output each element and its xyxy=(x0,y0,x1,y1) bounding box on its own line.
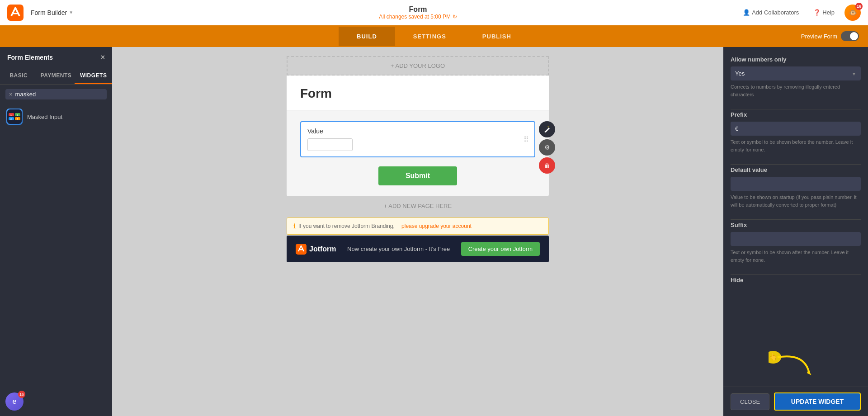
widget-label: Masked Input xyxy=(27,113,62,120)
refresh-icon: ↻ xyxy=(453,14,457,20)
header-save-status: All changes saved at 5:00 PM ↻ xyxy=(379,14,457,20)
masked-input-icon-svg: 1 2 3 4 xyxy=(7,109,22,124)
sidebar-title: Form Elements xyxy=(7,54,53,61)
form-card: Form Value ⠿ xyxy=(287,76,549,196)
add-logo-bar[interactable]: + ADD YOUR LOGO xyxy=(287,56,549,76)
svg-text:1: 1 xyxy=(10,113,12,116)
branding-warning: ℹ If you want to remove Jotform Branding… xyxy=(287,217,549,235)
divider-4 xyxy=(731,274,861,275)
chevron-down-icon: ▼ xyxy=(69,10,73,15)
right-sidebar-footer: 👆 CLOSE UPDATE WIDGET xyxy=(723,387,868,416)
tab-payments[interactable]: PAYMENTS xyxy=(38,68,75,84)
toolbar: BUILD SETTINGS PUBLISH Preview Form xyxy=(0,25,868,47)
submit-btn-wrap: Submit xyxy=(300,166,535,185)
tab-publish[interactable]: PUBLISH xyxy=(464,27,529,46)
field-magic-btn[interactable] xyxy=(539,121,555,137)
bottom-badge: 16 xyxy=(18,391,25,398)
add-page-bar[interactable]: + ADD NEW PAGE HERE xyxy=(287,196,549,216)
svg-text:4: 4 xyxy=(17,118,18,120)
field-label: Value xyxy=(307,128,528,135)
prop-default-value-label: Default value xyxy=(731,166,861,173)
prop-prefix-desc: Text or symbol to be shown before the nu… xyxy=(731,138,861,153)
form-builder-btn[interactable]: Form Builder ▼ xyxy=(27,7,77,18)
divider-3 xyxy=(731,219,861,220)
update-widget-button[interactable]: UPDATE WIDGET xyxy=(774,392,861,411)
header-actions: 👤 Add Collaborators ❓ Help 🐵 16 xyxy=(738,5,861,21)
branding-cta-button[interactable]: Create your own Jotform xyxy=(461,242,540,256)
search-tag-value: masked xyxy=(15,91,36,98)
submit-button[interactable]: Submit xyxy=(378,166,457,185)
prop-hide-label: Hide xyxy=(731,277,861,284)
question-icon: ❓ xyxy=(813,9,821,16)
main-layout: Form Elements × BASIC PAYMENTS WIDGETS ×… xyxy=(0,47,868,416)
prop-prefix-input[interactable] xyxy=(731,122,861,136)
right-sidebar: Allow numbers only Yes No Corrects to nu… xyxy=(723,47,868,416)
bottom-avatar[interactable]: e 16 xyxy=(5,392,24,411)
svg-rect-1 xyxy=(7,109,22,124)
search-tag-remove[interactable]: × xyxy=(9,91,13,98)
widget-masked-input[interactable]: 1 2 3 4 Masked Input xyxy=(0,104,112,129)
prop-hide: Hide xyxy=(731,277,861,284)
sidebar-close-btn[interactable]: × xyxy=(101,53,105,61)
field-action-btns: ⚙ 🗑 xyxy=(539,121,555,174)
tab-basic[interactable]: BASIC xyxy=(0,68,38,84)
prop-suffix-label: Suffix xyxy=(731,222,861,228)
search-tag: × masked xyxy=(5,89,107,99)
prop-allow-numbers-select[interactable]: Yes No xyxy=(731,66,861,80)
widget-masked-input-icon: 1 2 3 4 xyxy=(6,109,23,125)
add-collaborators-button[interactable]: 👤 Add Collaborators xyxy=(738,6,803,19)
preview-form-toggle[interactable] xyxy=(841,31,859,41)
field-delete-btn[interactable]: 🗑 xyxy=(539,157,555,174)
canvas-area: + ADD YOUR LOGO Form Value ⠿ xyxy=(112,47,723,416)
close-footer-button[interactable]: CLOSE xyxy=(731,393,769,410)
prop-default-value-desc: Value to be shown on startup (if you pas… xyxy=(731,194,861,208)
info-icon: ℹ xyxy=(293,222,296,230)
prop-allow-numbers: Allow numbers only Yes No Corrects to nu… xyxy=(731,56,861,98)
sidebar-tabs: BASIC PAYMENTS WIDGETS xyxy=(0,68,112,85)
prop-allow-numbers-label: Allow numbers only xyxy=(731,56,861,63)
field-input[interactable] xyxy=(307,138,353,151)
sidebar-header: Form Elements × xyxy=(0,47,112,68)
branding-logo: Jotform xyxy=(296,244,336,255)
prop-default-value-input[interactable] xyxy=(731,177,861,191)
person-icon: 👤 xyxy=(743,9,750,16)
top-header: Form Builder ▼ Form All changes saved at… xyxy=(0,0,868,25)
svg-text:3: 3 xyxy=(10,118,12,120)
form-field-container[interactable]: Value ⠿ xyxy=(300,121,535,157)
tab-widgets[interactable]: WIDGETS xyxy=(75,68,112,84)
branding-logo-text: Jotform xyxy=(309,245,336,253)
preview-form-label: Preview Form xyxy=(801,33,837,40)
prop-allow-numbers-desc: Corrects to numbers by removing illegall… xyxy=(731,83,861,98)
svg-text:2: 2 xyxy=(17,113,18,116)
user-avatar[interactable]: 🐵 16 xyxy=(844,5,861,21)
svg-rect-0 xyxy=(7,5,24,21)
prop-suffix: Suffix Text or symbol to be shown after … xyxy=(731,222,861,264)
header-center: Form All changes saved at 5:00 PM ↻ xyxy=(98,5,738,20)
upgrade-link[interactable]: please upgrade your account xyxy=(401,223,472,229)
tab-build[interactable]: BUILD xyxy=(339,27,395,46)
right-sidebar-content: Allow numbers only Yes No Corrects to nu… xyxy=(723,47,868,387)
divider-1 xyxy=(731,109,861,109)
prop-suffix-desc: Text or symbol to be shown after the num… xyxy=(731,249,861,264)
field-settings-btn[interactable]: ⚙ xyxy=(539,139,555,156)
branding-logo-icon xyxy=(296,244,307,255)
header-form-title: Form xyxy=(409,5,427,14)
tab-settings[interactable]: SETTINGS xyxy=(395,27,464,46)
left-sidebar: Form Elements × BASIC PAYMENTS WIDGETS ×… xyxy=(0,47,112,416)
preview-form-area: Preview Form xyxy=(801,31,859,41)
form-card-body: Value ⠿ ⚙ 🗑 xyxy=(287,110,549,196)
branding-bar: Jotform Now create your own Jotform - It… xyxy=(287,236,549,262)
form-card-title: Form xyxy=(300,86,535,101)
jotform-logo-icon xyxy=(7,5,24,21)
logo-area: Form Builder ▼ xyxy=(7,5,98,21)
branding-text: Now create your own Jotform - It's Free xyxy=(347,246,450,252)
drag-handle[interactable]: ⠿ xyxy=(524,135,529,144)
help-button[interactable]: ❓ Help xyxy=(809,6,839,19)
prop-prefix: Prefix Text or symbol to be shown before… xyxy=(731,111,861,153)
prop-default-value: Default value Value to be shown on start… xyxy=(731,166,861,208)
form-builder-label: Form Builder xyxy=(31,9,67,16)
svg-rect-10 xyxy=(296,244,307,255)
field-wrapper: Value ⠿ ⚙ 🗑 xyxy=(300,121,535,157)
wand-icon xyxy=(543,126,551,133)
prop-suffix-input[interactable] xyxy=(731,232,861,246)
